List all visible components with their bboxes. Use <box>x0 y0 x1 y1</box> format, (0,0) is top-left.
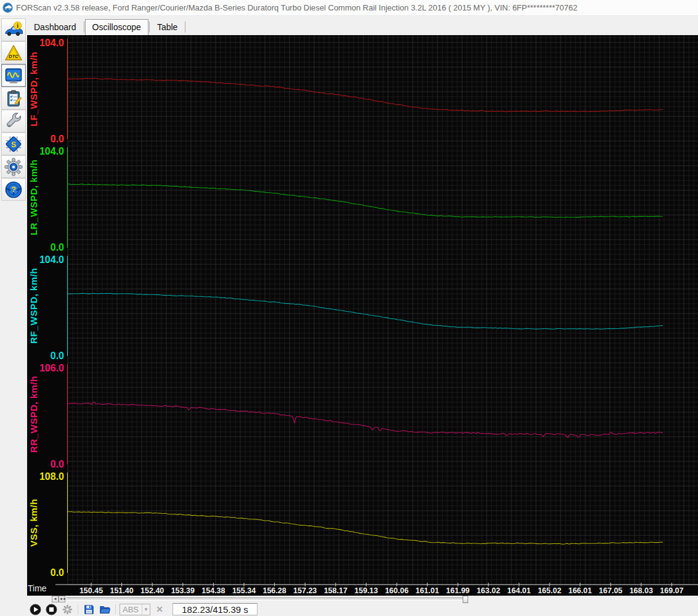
sidebar-item-configuration[interactable]: S <box>1 132 26 155</box>
toolbar-separator <box>78 604 78 614</box>
tab-separator <box>84 22 84 33</box>
svg-text:153.39: 153.39 <box>171 586 195 595</box>
tab-table[interactable]: Table <box>150 20 184 35</box>
toolbar-separator <box>115 604 116 614</box>
svg-text:104.0: 104.0 <box>39 254 64 265</box>
svg-text:157.23: 157.23 <box>293 586 317 595</box>
tab-oscilloscope[interactable]: Oscilloscope <box>85 19 148 35</box>
svg-text:i: i <box>17 23 18 29</box>
sidebar-item-help[interactable]: ? <box>1 178 26 201</box>
save-recording-button[interactable] <box>82 603 95 615</box>
svg-text:163.02: 163.02 <box>477 586 500 595</box>
svg-text:S: S <box>11 140 16 148</box>
scroll-fast-left-button[interactable]: ◄◄ <box>59 596 65 602</box>
playback-position: 182.23/415.39 s <box>172 603 258 615</box>
tab-bar: Dashboard Oscilloscope Table <box>27 16 698 35</box>
sidebar-item-service[interactable] <box>1 110 26 132</box>
svg-text:154.38: 154.38 <box>201 586 225 595</box>
svg-text:155.34: 155.34 <box>232 586 256 595</box>
svg-text:DTC: DTC <box>9 53 18 59</box>
stop-button[interactable] <box>44 603 58 615</box>
save-icon <box>84 604 94 615</box>
sidebar-item-tests[interactable] <box>1 87 26 110</box>
svg-text:161.01: 161.01 <box>415 586 439 595</box>
scrollbar-thumb[interactable] <box>463 596 468 603</box>
tests-clipboard-icon <box>4 89 23 108</box>
svg-text:0.0: 0.0 <box>51 351 64 361</box>
svg-text:0.0: 0.0 <box>51 459 64 469</box>
svg-text:156.28: 156.28 <box>262 586 286 595</box>
sidebar-item-settings[interactable] <box>1 155 26 178</box>
svg-text:104.0: 104.0 <box>39 38 64 48</box>
oscilloscope-plot[interactable]: Time150.45151.40152.40153.39154.38155.34… <box>27 35 698 596</box>
svg-text:LR_WSPD, km/h: LR_WSPD, km/h <box>28 160 39 235</box>
play-button[interactable] <box>28 603 42 615</box>
title-bar: FORScan v2.3.58 release, Ford Ranger/Cou… <box>0 0 698 16</box>
play-icon <box>30 604 41 615</box>
svg-text:RF_WSPD, km/h: RF_WSPD, km/h <box>28 268 39 344</box>
bottom-toolbar: ABS ▼ ✕ 182.23/415.39 s <box>27 602 698 616</box>
svg-text:159.13: 159.13 <box>354 586 378 595</box>
sidebar-item-vehicle-info[interactable]: i <box>1 18 26 41</box>
dtc-warning-icon: DTC <box>4 44 23 62</box>
gear-icon <box>4 158 23 176</box>
forscan-logo-icon <box>2 2 13 13</box>
sidebar: i DTC <box>0 16 27 616</box>
svg-text:158.17: 158.17 <box>324 586 347 595</box>
svg-text:0.0: 0.0 <box>51 567 64 578</box>
svg-text:161.99: 161.99 <box>446 586 469 595</box>
svg-text:0.0: 0.0 <box>51 134 64 144</box>
svg-text:164.01: 164.01 <box>507 586 530 595</box>
chevron-down-icon: ▼ <box>142 604 150 615</box>
svg-text:RR_WSPD, km/h: RR_WSPD, km/h <box>28 376 39 453</box>
tab-separator <box>149 22 150 33</box>
svg-text:166.01: 166.01 <box>568 586 591 595</box>
svg-text:VSS, km/h: VSS, km/h <box>28 499 39 547</box>
svg-text:165.02: 165.02 <box>538 586 561 595</box>
svg-text:108.0: 108.0 <box>39 471 64 482</box>
svg-text:106.0: 106.0 <box>39 363 64 373</box>
scroll-left-button[interactable]: ◄ <box>52 596 59 602</box>
load-recording-button[interactable] <box>98 603 112 615</box>
module-select[interactable]: ABS ▼ <box>120 604 150 615</box>
oscilloscope-canvas: Time150.45151.40152.40153.39154.38155.34… <box>27 35 698 596</box>
gear-small-icon <box>62 604 73 615</box>
sidebar-item-dtc[interactable]: DTC <box>1 41 26 64</box>
svg-text:151.40: 151.40 <box>110 586 133 595</box>
tab-dashboard[interactable]: Dashboard <box>27 20 83 35</box>
stop-icon <box>46 604 57 615</box>
record-settings-button[interactable] <box>60 603 74 615</box>
wrench-icon <box>4 112 23 131</box>
tab-separator <box>185 22 185 33</box>
svg-text:104.0: 104.0 <box>39 146 64 156</box>
svg-text:?: ? <box>11 185 15 194</box>
svg-text:152.40: 152.40 <box>140 586 164 595</box>
sidebar-item-oscilloscope[interactable] <box>1 64 26 87</box>
svg-text:0.0: 0.0 <box>51 242 64 253</box>
window-title: FORScan v2.3.58 release, Ford Ranger/Cou… <box>16 3 577 12</box>
scrollbar-track[interactable] <box>67 598 468 601</box>
oscilloscope-icon <box>4 67 23 85</box>
car-info-icon: i <box>4 21 23 39</box>
svg-text:160.06: 160.06 <box>385 586 408 595</box>
svg-text:150.45: 150.45 <box>79 586 103 595</box>
module-select-value: ABS <box>123 605 139 614</box>
clear-marks-button[interactable]: ✕ <box>153 603 166 615</box>
svg-text:169.07: 169.07 <box>660 586 683 595</box>
svg-text:LF_WSPD, km/h: LF_WSPD, km/h <box>28 52 39 127</box>
svg-text:168.03: 168.03 <box>630 586 653 595</box>
steering-wheel-help-icon: ? <box>4 180 23 199</box>
folder-icon <box>99 604 110 615</box>
playback-position-value: 182.23/415.39 s <box>182 604 248 615</box>
svg-text:Time: Time <box>28 583 47 593</box>
chip-icon: S <box>4 135 23 153</box>
timeline-scrollbar: ◄ ◄◄ <box>27 596 698 602</box>
svg-text:167.05: 167.05 <box>599 586 622 595</box>
